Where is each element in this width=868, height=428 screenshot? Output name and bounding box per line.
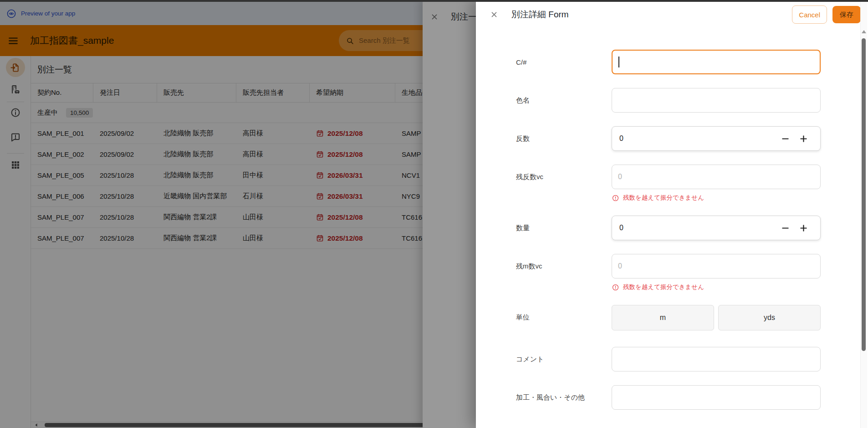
drawer-title: 別注詳細 Form <box>511 9 792 21</box>
drawer-close-icon[interactable] <box>490 10 499 19</box>
field-control-c-number <box>612 50 821 74</box>
form-field-quantity: 数量0 <box>516 216 868 240</box>
remaining-rolls-input[interactable]: 0 <box>612 165 821 189</box>
field-control-roll-count: 0 <box>612 126 821 151</box>
form-field-c-number: C/# <box>516 50 868 74</box>
drawer-header: 別注詳細 Form Cancel 保存 <box>476 0 868 29</box>
form-field-processing-texture-other: 加工・風合い・その他 <box>516 385 868 410</box>
vertical-scrollbar <box>860 0 867 428</box>
field-label-c-number: C/# <box>516 50 612 74</box>
scroll-up-arrow-icon[interactable] <box>862 30 866 33</box>
field-control-unit: myds <box>612 305 821 330</box>
cancel-button[interactable]: Cancel <box>792 5 827 24</box>
field-control-remaining-rolls: 0残数を越えて振分できません <box>612 165 821 202</box>
error-icon <box>612 194 619 202</box>
window-top-edge <box>0 0 868 2</box>
field-control-remaining-m: 0残数を越えて振分できません <box>612 254 821 291</box>
field-label-processing-texture-other: 加工・風合い・その他 <box>516 385 612 410</box>
unit-option-m[interactable]: m <box>612 305 714 330</box>
stepper-value: 0 <box>619 224 779 232</box>
field-label-comment: コメント <box>516 347 612 371</box>
field-error-remaining-m: 残数を越えて振分できません <box>612 283 821 291</box>
placeholder-text: 0 <box>618 262 622 270</box>
plus-icon[interactable] <box>797 133 809 144</box>
unit-option-yds[interactable]: yds <box>718 305 821 330</box>
roll-count-stepper[interactable]: 0 <box>612 126 821 151</box>
form-field-remaining-m: 残m数vc0残数を越えて振分できません <box>516 254 868 291</box>
stepper-value: 0 <box>619 134 779 143</box>
field-label-quantity: 数量 <box>516 216 612 240</box>
c-number-input[interactable] <box>612 50 821 74</box>
field-error-remaining-rolls: 残数を越えて振分できません <box>612 194 821 202</box>
field-label-remaining-m: 残m数vc <box>516 254 612 278</box>
detail-form-drawer: 別注詳細 Form Cancel 保存 C/#色名反数0残反数vc0残数を越えて… <box>476 0 868 428</box>
field-control-comment <box>612 347 821 371</box>
form-field-unit: 単位myds <box>516 305 868 330</box>
form-field-roll-count: 反数0 <box>516 126 868 151</box>
vertical-scrollbar-thumb[interactable] <box>862 38 866 351</box>
minus-icon[interactable] <box>779 222 791 234</box>
form-field-color-name: 色名 <box>516 88 868 113</box>
plus-icon[interactable] <box>797 222 809 234</box>
minus-icon[interactable] <box>779 133 791 144</box>
comment-input[interactable] <box>612 347 821 371</box>
field-control-color-name <box>612 88 821 113</box>
form-field-remaining-rolls: 残反数vc0残数を越えて振分できません <box>516 165 868 202</box>
form-field-comment: コメント <box>516 347 868 371</box>
screen: Preview of your app 加工指図書_sample Search … <box>0 0 868 428</box>
field-control-quantity: 0 <box>612 216 821 240</box>
field-label-color-name: 色名 <box>516 88 612 113</box>
remaining-m-input[interactable]: 0 <box>612 254 821 278</box>
field-control-processing-texture-other <box>612 385 821 410</box>
color-name-input[interactable] <box>612 88 821 113</box>
field-label-remaining-rolls: 残反数vc <box>516 165 612 189</box>
error-icon <box>612 284 619 291</box>
save-button[interactable]: 保存 <box>832 6 861 23</box>
placeholder-text: 0 <box>618 173 622 181</box>
processing-texture-other-input[interactable] <box>612 385 821 410</box>
field-label-roll-count: 反数 <box>516 126 612 151</box>
field-label-unit: 単位 <box>516 305 612 330</box>
quantity-stepper[interactable]: 0 <box>612 216 821 240</box>
text-cursor <box>618 57 619 67</box>
drawer-form: C/#色名反数0残反数vc0残数を越えて振分できません数量0残m数vc0残数を越… <box>476 29 868 410</box>
